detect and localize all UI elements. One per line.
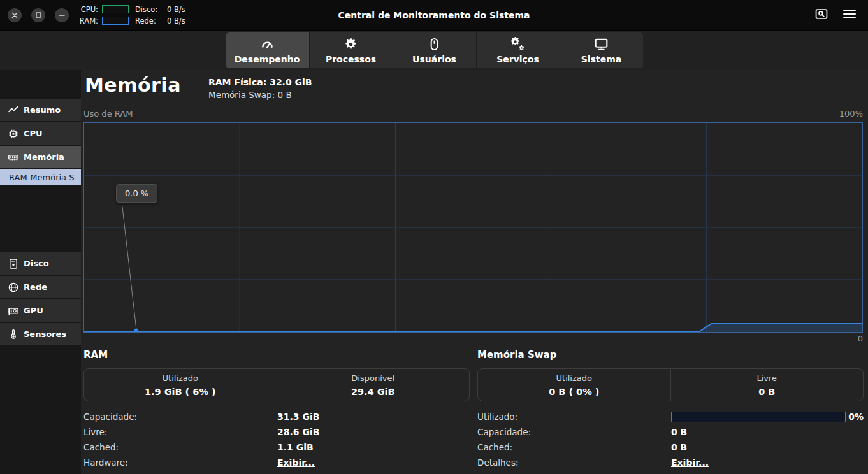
titlebar-monitors: CPU: Disco: 0 B/s RAM: Rede: 0 B/s <box>78 4 192 25</box>
ram-row-capacidade: Capacidade: 31.3 GiB <box>83 409 470 424</box>
tab-servicos[interactable]: Serviços <box>476 32 560 68</box>
swap-row-cached: Cached: 0 B <box>477 440 864 455</box>
gears-icon <box>510 37 525 52</box>
close-button[interactable] <box>8 8 22 22</box>
sidebar-item-disco[interactable]: Disco <box>0 252 81 275</box>
maximize-button[interactable] <box>31 8 45 22</box>
tab-desempenho[interactable]: Desempenho <box>226 32 309 68</box>
sidebar-item-label: Resumo <box>24 105 61 115</box>
window-controls <box>8 8 69 22</box>
show-hardware-link[interactable]: Exibir... <box>277 457 315 468</box>
sidebar-item-cpu[interactable]: CPU <box>0 122 81 145</box>
ram-panel-title: RAM <box>83 349 470 361</box>
row-value: 0 B <box>671 427 687 437</box>
chart-tooltip: 0.0 % <box>116 184 157 203</box>
ram-used-value: 1.9 GiB ( 6% ) <box>145 387 216 397</box>
sidebar-item-label: CPU <box>24 129 43 138</box>
tab-usuarios[interactable]: Usuários <box>393 32 476 68</box>
swap-row-capacidade: Capacidade: 0 B <box>477 424 864 440</box>
sidebar-item-memoria[interactable]: Memória <box>0 146 81 168</box>
graph-title: Uso de RAM <box>83 109 133 118</box>
ram-row-livre: Livre: 28.6 GiB <box>83 424 470 440</box>
swap-usage-percent: 0% <box>848 412 864 422</box>
minimize-button[interactable] <box>55 8 69 22</box>
maximize-icon <box>36 12 41 18</box>
summary-graph-icon <box>8 104 19 116</box>
graph-caption: Uso de RAM 100% <box>83 109 863 118</box>
sidebar-spacer <box>0 185 81 252</box>
tab-processos[interactable]: Processos <box>309 32 393 68</box>
minimize-icon <box>59 14 65 17</box>
monitor-icon <box>594 37 609 52</box>
net-mini-label: Rede: <box>135 17 163 25</box>
search-button[interactable] <box>812 6 831 24</box>
row-label: Cached: <box>83 442 277 452</box>
tab-label: Sistema <box>581 54 621 64</box>
swap-usage-bar <box>671 412 846 422</box>
sidebar-item-sensores[interactable]: Sensores <box>0 323 81 345</box>
row-value: 28.6 GiB <box>277 427 319 437</box>
swap-total: Memória Swap: 0 B <box>208 89 312 101</box>
disk-icon <box>8 258 19 269</box>
window-title: Central de Monitoramento do Sistema <box>338 0 530 31</box>
graph-max-label: 100% <box>839 109 863 118</box>
chart-grid <box>84 123 862 332</box>
close-icon <box>11 12 18 18</box>
ram-usage-chart[interactable]: 0.0 % <box>83 122 863 333</box>
ram-usage-area <box>84 324 862 332</box>
ram-mini-graph <box>102 17 129 25</box>
ram-usage-chart-svg <box>84 123 862 332</box>
cpu-mini-label: CPU: <box>78 5 98 14</box>
sidebar-item-label: Sensores <box>24 329 66 339</box>
row-label: Detalhes: <box>477 457 671 468</box>
data-point-marker <box>134 329 138 332</box>
row-value: 31.3 GiB <box>277 412 319 422</box>
page-title: Memória <box>85 74 181 96</box>
ram-available-value: 29.4 GiB <box>351 387 395 397</box>
tab-group: Desempenho Processos Usuários Serviços S… <box>226 32 643 68</box>
row-label: Capacidade: <box>477 427 671 437</box>
tab-label: Usuários <box>412 54 456 64</box>
sidebar-item-resumo[interactable]: Resumo <box>0 99 81 121</box>
sidebar-graph-item-ram-swap[interactable]: RAM-Memória S <box>0 169 81 185</box>
row-label: Capacidade: <box>83 412 277 422</box>
ram-available-header: Disponível <box>351 373 394 384</box>
ram-mini-label: RAM: <box>78 17 98 25</box>
tab-label: Serviços <box>496 54 539 64</box>
net-mini-value: 0 B/s <box>167 17 192 25</box>
ram-row-cached: Cached: 1.1 GiB <box>83 440 470 455</box>
network-globe-icon <box>8 282 19 293</box>
swap-summary-box: Utilizado 0 B ( 0% ) Livre 0 B <box>477 368 864 401</box>
swap-free-value: 0 B <box>758 387 775 397</box>
graph-min-label: 0 <box>83 334 863 343</box>
row-value: 0 B <box>671 442 687 452</box>
sidebar-item-label: Disco <box>24 259 49 268</box>
speedometer-icon <box>260 37 275 52</box>
memory-page: Memória RAM Física: 32.0 GiB Memória Swa… <box>81 70 868 474</box>
hamburger-menu-icon <box>843 8 857 22</box>
search-icon <box>813 7 830 23</box>
cpu-mini-graph <box>102 5 129 13</box>
disk-mini-value: 0 B/s <box>167 5 192 14</box>
tabbar: Desempenho Processos Usuários Serviços S… <box>0 31 868 70</box>
sidebar-item-rede[interactable]: Rede <box>0 276 81 298</box>
tab-sistema[interactable]: Sistema <box>560 32 643 68</box>
ram-row-hardware: Hardware: Exibir... <box>83 455 470 470</box>
titlebar: CPU: Disco: 0 B/s RAM: Rede: 0 B/s Centr… <box>0 0 868 31</box>
row-label: Cached: <box>477 442 671 452</box>
physical-ram-total: RAM Física: 32.0 GiB <box>208 76 312 89</box>
swap-row-utilizado: Utilizado: 0% <box>477 409 864 424</box>
ram-used-header: Utilizado <box>163 373 198 384</box>
memory-summary: RAM Física: 32.0 GiB Memória Swap: 0 B <box>208 76 312 101</box>
swap-used-header: Utilizado <box>556 373 592 384</box>
ram-summary-box: Utilizado 1.9 GiB ( 6% ) Disponível 29.4… <box>83 368 470 401</box>
tab-label: Processos <box>326 54 376 64</box>
tooltip-pointer-line <box>122 206 136 329</box>
menu-button[interactable] <box>841 7 858 23</box>
row-value: 1.1 GiB <box>277 442 314 452</box>
sidebar-item-label: Rede <box>24 282 47 292</box>
swap-row-detalhes: Detalhes: Exibir... <box>477 455 864 470</box>
show-details-link[interactable]: Exibir... <box>671 457 709 468</box>
row-label: Livre: <box>83 427 277 437</box>
sidebar-item-gpu[interactable]: GPU <box>0 299 81 322</box>
